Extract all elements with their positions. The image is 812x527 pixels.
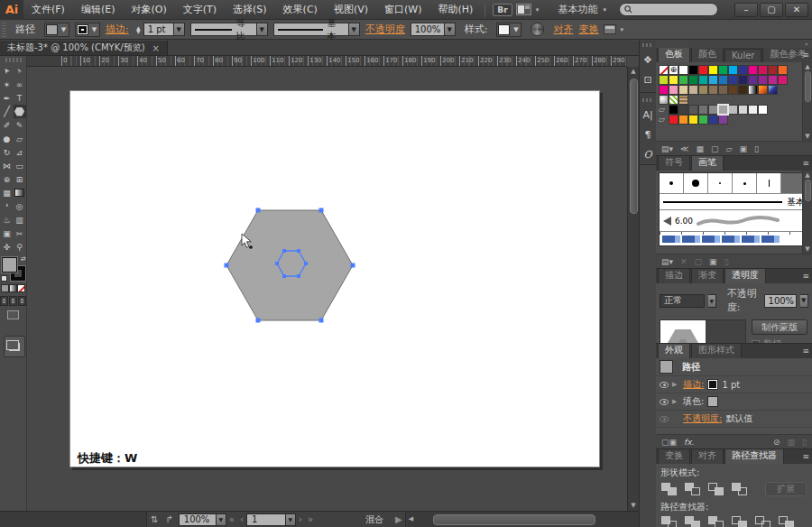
chevron-down-icon[interactable]: ▼ <box>445 23 456 36</box>
panel-menu-icon[interactable]: ≡ <box>802 452 809 461</box>
minus-back-icon[interactable] <box>779 516 794 527</box>
mesh-tool-icon[interactable]: ▦ <box>1 186 14 199</box>
scroll-thumb[interactable] <box>433 514 595 525</box>
fill-color-dropdown[interactable]: ▼ <box>44 23 69 37</box>
color-swatch[interactable] <box>728 85 738 95</box>
scroll-up-icon[interactable]: ▲ <box>631 67 635 77</box>
charcoal-brush-row[interactable]: 6.00 <box>660 209 808 231</box>
new-folder-icon[interactable]: ▱ <box>725 144 732 153</box>
workspace-switcher[interactable]: 基本功能 ▾ <box>558 3 606 16</box>
horizontal-scrollbar[interactable]: ◀ <box>405 512 639 527</box>
stroke-color-dropdown[interactable]: ▼ <box>75 23 100 37</box>
magic-wand-tool-icon[interactable]: ✶ <box>1 78 14 91</box>
color-swatch[interactable] <box>669 75 678 85</box>
slice-tool-icon[interactable]: ✂ <box>14 227 26 240</box>
merge-icon[interactable] <box>708 516 724 527</box>
swatch-kinds-icon[interactable]: ≪ <box>680 144 688 153</box>
tab-symbols[interactable]: 符号 <box>658 156 690 171</box>
swatch-libraries-icon[interactable]: ▤▾ <box>661 144 673 153</box>
delete-swatch-icon[interactable]: ▯ <box>754 144 759 153</box>
arrange-documents-icon[interactable] <box>516 4 531 15</box>
tab-graphic-styles[interactable]: 图形样式 <box>691 344 742 358</box>
hand-tool-icon[interactable]: ✜ <box>1 240 14 254</box>
last-artboard-icon[interactable]: » <box>308 514 313 524</box>
tab-color[interactable]: 颜色 <box>691 48 724 62</box>
color-swatch[interactable] <box>738 65 748 75</box>
color-swatch[interactable] <box>738 85 748 95</box>
lasso-tool-icon[interactable]: ∞ <box>14 78 26 91</box>
fill-color-swatch[interactable] <box>707 396 718 407</box>
menu-item[interactable]: 帮助(H) <box>429 0 481 19</box>
sync-icon[interactable]: ⇅ <box>151 514 158 524</box>
scroll-down-icon[interactable]: ▼ <box>631 501 635 511</box>
first-artboard-icon[interactable]: « <box>229 514 235 524</box>
panel-menu-icon[interactable]: ≡ <box>802 347 809 356</box>
color-swatch[interactable] <box>718 105 728 115</box>
color-swatch[interactable] <box>678 105 688 115</box>
color-swatch[interactable] <box>688 65 698 75</box>
document-tab[interactable]: 未标题-3* @ 100% (CMYK/预览) × <box>0 41 168 55</box>
menu-item[interactable]: 编辑(E) <box>73 0 124 19</box>
layers-panel-icon[interactable]: ❖ <box>640 50 657 69</box>
outline-icon[interactable] <box>755 516 770 527</box>
direct-selection-tool-icon[interactable]: ➢ <box>14 64 26 78</box>
new-fill-icon[interactable]: ▣ <box>669 438 678 447</box>
tab-transparency[interactable]: 透明度 <box>724 269 766 283</box>
color-swatch[interactable] <box>688 75 698 85</box>
panel-grip[interactable] <box>5 58 22 62</box>
color-button[interactable] <box>1 284 9 292</box>
color-swatch[interactable] <box>688 115 698 125</box>
eyedropper-tool-icon[interactable]: ❛ <box>1 199 14 213</box>
color-swatch[interactable] <box>758 65 768 75</box>
scroll-left-icon[interactable]: ◀ <box>409 514 413 524</box>
status-display[interactable]: 混合 <box>365 513 383 526</box>
draw-inside-button[interactable] <box>18 296 26 306</box>
vertical-scrollbar[interactable]: ▲ ▼ <box>627 67 639 511</box>
stroke-link[interactable]: 描边: <box>683 378 704 391</box>
character-panel-icon[interactable]: A| <box>640 105 657 125</box>
rotate-tool-icon[interactable]: ↻ <box>1 145 14 159</box>
chevron-down-icon[interactable]: ▼ <box>286 513 296 526</box>
tab-transform[interactable]: 变换 <box>658 449 690 464</box>
appearance-item-fill[interactable]: ▶ 填色: <box>656 393 812 411</box>
color-swatch[interactable] <box>718 85 728 95</box>
close-button[interactable]: ✕ <box>785 3 808 17</box>
pattern-brush-row[interactable] <box>660 231 808 245</box>
brush-libraries-icon[interactable]: ▤▾ <box>661 257 673 266</box>
fill-stroke-control[interactable]: ⇄ <box>2 257 25 281</box>
width-profile-dropdown[interactable]: 等比 <box>190 23 257 36</box>
free-transform-tool-icon[interactable]: ▭ <box>14 159 26 172</box>
default-fill-stroke-icon[interactable] <box>1 275 7 282</box>
artboard-number-field[interactable]: 1 <box>246 513 286 526</box>
draw-behind-button[interactable] <box>9 296 17 306</box>
opacity-link[interactable]: 不透明度 <box>365 23 405 36</box>
make-mask-button[interactable]: 制作蒙版 <box>752 319 807 335</box>
gradient-swatch[interactable] <box>659 95 669 105</box>
chevron-down-icon[interactable]: ▼ <box>257 23 268 36</box>
panel-grip[interactable] <box>642 43 653 47</box>
gradient-swatch[interactable] <box>678 95 688 105</box>
color-swatch[interactable] <box>778 65 788 75</box>
search-box[interactable] <box>619 3 718 16</box>
visibility-eye-icon[interactable] <box>660 416 669 422</box>
unite-icon[interactable] <box>661 483 677 495</box>
color-swatch[interactable] <box>718 115 728 125</box>
color-swatch[interactable] <box>758 75 768 85</box>
blend-mode-dropdown[interactable]: 正常 <box>660 294 705 308</box>
gradient-tool-icon[interactable] <box>14 186 26 199</box>
color-swatch[interactable] <box>688 105 698 115</box>
color-swatch[interactable] <box>688 85 698 95</box>
color-swatch[interactable] <box>748 75 758 85</box>
color-swatch[interactable] <box>738 75 748 85</box>
opacity-field[interactable]: 100% <box>411 23 445 36</box>
pencil-tool-icon[interactable]: ✎ <box>14 118 26 132</box>
disclosure-triangle-icon[interactable]: ▶ <box>672 381 679 388</box>
artboards-panel-icon[interactable]: ⊡ <box>640 69 657 89</box>
align-link[interactable]: 对齐 <box>553 23 573 36</box>
bridge-button[interactable]: Br <box>493 4 512 16</box>
color-swatch[interactable] <box>678 65 688 75</box>
visibility-eye-icon[interactable] <box>660 399 669 405</box>
opacity-value-field[interactable]: 100% <box>764 294 797 308</box>
color-swatch[interactable] <box>698 65 708 75</box>
collapsed-panel[interactable] <box>4 336 25 357</box>
